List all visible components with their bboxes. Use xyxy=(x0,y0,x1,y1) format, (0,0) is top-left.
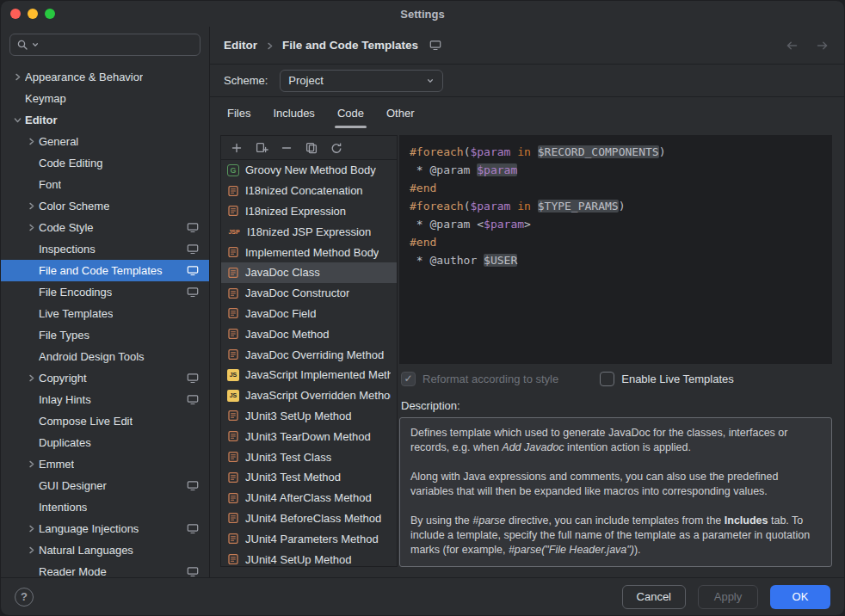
tab-code[interactable]: Code xyxy=(337,97,364,128)
live-templates-checkbox[interactable] xyxy=(600,372,614,386)
sidebar-item-general[interactable]: General xyxy=(1,131,209,152)
chevron-right-icon[interactable] xyxy=(9,72,25,82)
sidebar-item-keymap[interactable]: Keymap xyxy=(1,88,209,109)
sidebar-item-natural-languages[interactable]: Natural Languages xyxy=(1,539,209,561)
file-template-icon xyxy=(227,492,239,504)
chevron-right-icon[interactable] xyxy=(23,373,39,383)
sidebar-item-gui-designer[interactable]: GUI Designer xyxy=(1,475,209,496)
sidebar-item-label: Code Editing xyxy=(39,157,102,169)
template-item-javadoc-field[interactable]: JavaDoc Field xyxy=(221,304,397,324)
template-item-javadoc-overriding-method[interactable]: JavaDoc Overriding Method xyxy=(221,344,397,365)
navigate-forward-button[interactable] xyxy=(815,40,830,52)
template-item-junit3-teardown-method[interactable]: JUnit3 TearDown Method xyxy=(221,426,397,447)
template-item-javadoc-class[interactable]: JavaDoc Class xyxy=(221,262,397,283)
chevron-right-icon[interactable] xyxy=(23,223,39,232)
sidebar-item-live-templates[interactable]: Live Templates xyxy=(1,303,209,324)
sidebar-item-compose-live-edit[interactable]: Compose Live Edit xyxy=(1,410,209,432)
sidebar-item-intentions[interactable]: Intentions xyxy=(1,496,209,518)
chevron-right-icon[interactable] xyxy=(23,545,39,555)
sidebar-item-label: Reader Mode xyxy=(39,565,107,577)
template-item-javadoc-constructor[interactable]: JavaDoc Constructor xyxy=(221,283,397,304)
settings-search-field[interactable] xyxy=(9,34,200,56)
tab-other[interactable]: Other xyxy=(386,97,415,128)
sidebar-item-file-and-code-templates[interactable]: File and Code Templates xyxy=(1,260,209,281)
sidebar-item-label: Compose Live Edit xyxy=(39,415,133,428)
scheme-value: Project xyxy=(288,74,323,87)
template-item-javascript-overridden-method-body[interactable]: JSJavaScript Overridden Method Body xyxy=(221,385,397,406)
sidebar-item-duplicates[interactable]: Duplicates xyxy=(1,432,209,453)
sidebar-item-copyright[interactable]: Copyright xyxy=(1,367,209,389)
chevron-down-icon[interactable] xyxy=(9,115,25,125)
minimize-window-button[interactable] xyxy=(28,9,38,19)
duplicate-icon[interactable] xyxy=(305,141,318,155)
template-item-label: JUnit3 SetUp Method xyxy=(245,410,352,422)
sidebar-item-editor[interactable]: Editor xyxy=(1,109,209,131)
search-input[interactable] xyxy=(42,38,194,52)
file-template-icon xyxy=(227,348,239,360)
chevron-right-icon[interactable] xyxy=(23,137,39,146)
template-item-javadoc-method[interactable]: JavaDoc Method xyxy=(221,323,397,344)
template-item-implemented-method-body[interactable]: Implemented Method Body xyxy=(221,242,397,262)
scheme-select[interactable]: Project xyxy=(280,70,443,92)
live-templates-option[interactable]: Enable Live Templates xyxy=(600,372,734,386)
template-item-groovy-new-method-body[interactable]: GGroovy New Method Body xyxy=(221,160,397,181)
sidebar-item-appearance-behavior[interactable]: Appearance & Behavior xyxy=(1,66,209,88)
sidebar-item-color-scheme[interactable]: Color Scheme xyxy=(1,195,209,217)
template-item-junit4-setup-method[interactable]: JUnit4 SetUp Method xyxy=(221,549,397,566)
breadcrumb-item-editor[interactable]: Editor xyxy=(224,39,257,52)
sidebar-item-file-types[interactable]: File Types xyxy=(1,324,209,346)
sidebar-item-inlay-hints[interactable]: Inlay Hints xyxy=(1,389,209,410)
cancel-button[interactable]: Cancel xyxy=(622,585,686,609)
tab-includes[interactable]: Includes xyxy=(273,97,314,128)
javascript-icon: JS xyxy=(227,369,239,381)
template-item-i18nized-expression[interactable]: I18nized Expression xyxy=(221,201,397,222)
template-editor[interactable]: #foreach($param in $RECORD_COMPONENTS) *… xyxy=(399,135,832,364)
sidebar-item-file-encodings[interactable]: File Encodings xyxy=(1,281,209,303)
sidebar-item-emmet[interactable]: Emmet xyxy=(1,453,209,475)
sidebar-item-label: Emmet xyxy=(39,458,74,471)
chevron-right-icon[interactable] xyxy=(23,201,39,211)
description-panel[interactable]: Defines template which used to generate … xyxy=(399,417,832,567)
close-window-button[interactable] xyxy=(10,9,21,19)
sidebar-item-label: Android Design Tools xyxy=(39,350,145,363)
revert-icon[interactable] xyxy=(330,141,343,155)
template-item-junit3-test-method[interactable]: JUnit3 Test Method xyxy=(221,467,397,488)
javascript-icon: JS xyxy=(227,390,239,402)
reformat-option: Reformat according to style xyxy=(401,372,558,386)
sidebar-item-code-style[interactable]: Code Style xyxy=(1,217,209,238)
apply-button[interactable]: Apply xyxy=(698,585,758,609)
template-item-junit3-setup-method[interactable]: JUnit3 SetUp Method xyxy=(221,406,397,427)
template-item-junit4-afterclass-method[interactable]: JUnit4 AfterClass Method xyxy=(221,488,397,508)
sidebar-item-reader-mode[interactable]: Reader Mode xyxy=(1,561,209,577)
help-button[interactable]: ? xyxy=(15,588,34,607)
copy-template-icon[interactable] xyxy=(255,141,268,155)
settings-tree: Appearance & BehaviorKeymapEditorGeneral… xyxy=(1,66,209,577)
sidebar-item-code-editing[interactable]: Code Editing xyxy=(1,152,209,174)
sidebar-item-font[interactable]: Font xyxy=(1,174,209,195)
search-history-chevron-icon[interactable] xyxy=(31,40,40,49)
template-item-label: JavaScript Overridden Method Body xyxy=(245,389,391,402)
window-title: Settings xyxy=(400,8,444,21)
template-item-i18nized-concatenation[interactable]: I18nized Concatenation xyxy=(221,181,397,201)
template-item-i18nized-jsp-expression[interactable]: JSPI18nized JSP Expression xyxy=(221,221,397,242)
ok-button[interactable]: OK xyxy=(770,585,830,609)
chevron-right-icon[interactable] xyxy=(23,459,39,469)
navigate-back-button[interactable] xyxy=(784,40,799,52)
sidebar-item-language-injections[interactable]: Language Injections xyxy=(1,518,209,539)
code-line: * @param $param xyxy=(410,161,822,179)
remove-icon[interactable] xyxy=(280,141,293,155)
file-template-icon xyxy=(227,512,239,524)
sidebar-item-label: Appearance & Behavior xyxy=(25,71,143,83)
add-icon[interactable] xyxy=(230,141,244,155)
chevron-right-icon[interactable] xyxy=(23,524,39,533)
zoom-window-button[interactable] xyxy=(45,9,55,19)
template-item-junit4-parameters-method[interactable]: JUnit4 Parameters Method xyxy=(221,528,397,549)
template-item-javascript-implemented-method-body[interactable]: JSJavaScript Implemented Method Body xyxy=(221,365,397,385)
description-paragraph: Defines template which used to generate … xyxy=(410,426,821,455)
tab-files[interactable]: Files xyxy=(227,97,250,128)
titlebar: Settings xyxy=(1,1,844,27)
sidebar-item-inspections[interactable]: Inspections xyxy=(1,238,209,260)
sidebar-item-android-design-tools[interactable]: Android Design Tools xyxy=(1,346,209,367)
template-item-junit3-test-class[interactable]: JUnit3 Test Class xyxy=(221,447,397,467)
template-item-junit4-beforeclass-method[interactable]: JUnit4 BeforeClass Method xyxy=(221,508,397,529)
